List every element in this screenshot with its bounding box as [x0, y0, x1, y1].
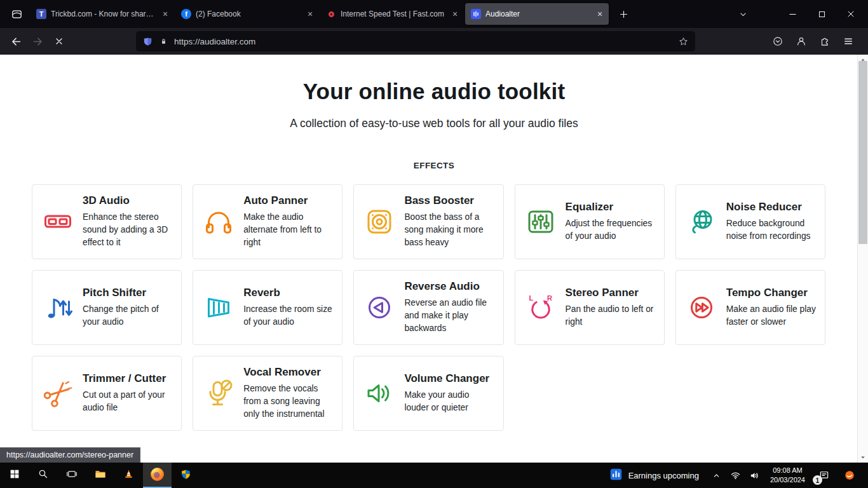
tool-title: Tempo Changer [726, 287, 817, 299]
window-close-button[interactable] [836, 0, 865, 28]
start-icon [9, 468, 20, 482]
tool-description: Adjust the frequencies of your audio [566, 217, 656, 243]
pocket-button[interactable] [767, 30, 789, 52]
volume-tray-button[interactable] [745, 463, 764, 488]
tool-description: Reduce background noise from recordings [726, 217, 817, 243]
fast-favicon [326, 9, 336, 19]
toolbar-right-icons [767, 30, 863, 52]
page-content: Your online audio toolkit A collection o… [0, 55, 868, 463]
note-arrows-icon [43, 292, 73, 323]
bookmark-star-icon[interactable] [678, 36, 689, 47]
taskbar-vlc-button[interactable] [114, 463, 143, 488]
new-tab-button[interactable] [613, 4, 634, 24]
tool-card-volume-changer[interactable]: Volume ChangerMake your audio louder or … [353, 356, 503, 431]
tool-card-bass-booster[interactable]: Bass BoosterBoost the bass of a song mak… [353, 184, 503, 259]
taskbar-task-view-button[interactable] [57, 463, 86, 488]
tab-close-icon[interactable]: × [159, 8, 171, 20]
taskbar-search-button[interactable] [29, 463, 57, 488]
tab-close-icon[interactable]: × [449, 8, 461, 20]
chevron-down-icon [738, 9, 749, 20]
stereo-lr-icon: LR [526, 292, 556, 323]
extensions-button[interactable] [814, 30, 836, 52]
windows-taskbar: Earnings upcoming 09:08 AM 20/03/2024 1 [0, 463, 868, 488]
taskbar-start-button[interactable] [0, 463, 29, 488]
action-center-button[interactable]: 1 [811, 463, 837, 488]
tray-app-button[interactable] [837, 463, 862, 488]
tool-card-reverb[interactable]: ReverbIncrease the room size of your aud… [193, 270, 342, 345]
tab-close-icon[interactable]: × [304, 8, 316, 20]
news-widget-button[interactable]: Earnings upcoming [601, 463, 707, 488]
close-icon [846, 9, 856, 19]
account-icon [796, 36, 807, 47]
network-tray-button[interactable] [726, 463, 745, 488]
back-button[interactable] [5, 30, 27, 52]
audioalter-favicon [471, 9, 481, 19]
window-maximize-button[interactable] [807, 0, 836, 28]
forward-arrow-icon [32, 36, 44, 48]
file-explorer-icon [94, 468, 107, 483]
window-minimize-button[interactable] [778, 0, 807, 28]
hamburger-menu-icon [843, 36, 854, 47]
status-tooltip: https://audioalter.com/stereo-panner [0, 447, 140, 463]
tab-facebook[interactable]: f(2) Facebook× [175, 3, 319, 25]
account-button[interactable] [790, 30, 812, 52]
news-widget-label: Earnings upcoming [628, 471, 699, 480]
tool-title: Equalizer [566, 201, 656, 214]
tool-title: Auto Panner [243, 194, 334, 207]
menu-button[interactable] [837, 30, 859, 52]
extensions-puzzle-icon [819, 36, 831, 47]
tab-label: Internet Speed Test | Fast.com [341, 10, 445, 18]
headphones-icon [203, 207, 234, 237]
stop-reload-button[interactable] [48, 30, 70, 52]
tool-title: Volume Changer [404, 372, 495, 385]
back-arrow-icon [10, 36, 22, 48]
tool-card-3d-audio[interactable]: 3D AudioEnhance the stereo sound by addi… [32, 184, 182, 259]
facebook-favicon: f [181, 9, 191, 19]
taskbar-file-explorer-button[interactable] [86, 463, 114, 488]
firefox-view-button[interactable] [6, 3, 27, 25]
tool-title: Reverb [243, 287, 334, 299]
search-icon [37, 468, 49, 482]
taskbar-tray: Earnings upcoming 09:08 AM 20/03/2024 1 [601, 463, 868, 488]
scroll-down-arrow[interactable] [858, 452, 868, 463]
desktop: TTrickbd.com - Know for sharing×f(2) Fac… [0, 0, 868, 488]
page-subtitle: A collection of easy-to-use web tools fo… [0, 117, 868, 130]
equalizer-sliders-icon [526, 207, 556, 237]
tray-expand-button[interactable] [707, 463, 726, 488]
tool-card-vocal-remover[interactable]: Vocal RemoverRemove the vocals from a so… [193, 356, 342, 431]
tool-card-pitch-shifter[interactable]: Pitch ShifterChange the pitch of your au… [32, 270, 182, 345]
page-scrollbar[interactable] [857, 55, 868, 463]
minimize-icon [787, 9, 798, 20]
notification-badge: 1 [813, 475, 822, 485]
tool-card-trimmer-cutter[interactable]: Trimmer / CutterCut out a part of your a… [32, 356, 182, 431]
tool-card-reverse-audio[interactable]: Reverse AudioReverse an audio file and m… [353, 270, 503, 345]
scrollbar-thumb[interactable] [858, 61, 867, 244]
tab-strip: TTrickbd.com - Know for sharing×f(2) Fac… [31, 0, 610, 28]
vlc-icon [123, 468, 135, 483]
svg-text:R: R [547, 294, 552, 302]
globe-noise-icon [686, 207, 717, 237]
forward-button[interactable] [27, 30, 48, 52]
tool-title: 3D Audio [83, 194, 173, 207]
taskbar-firefox-button[interactable] [143, 463, 172, 488]
tool-title: Vocal Remover [243, 366, 334, 379]
tab-list-button[interactable] [732, 3, 754, 25]
tool-description: Increase the room size of your audio [243, 303, 334, 329]
tool-description: Reverse an audio file and make it play b… [404, 297, 495, 335]
tab-fast[interactable]: Internet Speed Test | Fast.com× [320, 3, 464, 25]
clock-date: 20/03/2024 [770, 475, 805, 485]
taskbar-defender-button[interactable] [172, 463, 200, 488]
tool-description: Enhance the stereo sound by adding a 3D … [83, 211, 173, 249]
task-view-icon [66, 468, 78, 482]
tool-card-equalizer[interactable]: EqualizerAdjust the frequencies of your … [515, 184, 665, 259]
tab-trickbd[interactable]: TTrickbd.com - Know for sharing× [31, 3, 174, 25]
taskbar-clock[interactable]: 09:08 AM 20/03/2024 [764, 466, 811, 485]
tool-card-noise-reducer[interactable]: Noise ReducerReduce background noise fro… [675, 184, 825, 259]
url-bar[interactable]: https://audioalter.com [136, 31, 695, 51]
tray-app-icon [844, 470, 855, 481]
tab-audioalter[interactable]: Audioalter× [465, 3, 609, 25]
tab-close-icon[interactable]: × [594, 8, 606, 20]
tool-card-stereo-panner[interactable]: LRStereo PannerPan the audio to left or … [515, 270, 665, 345]
tool-card-auto-panner[interactable]: Auto PannerMake the audio alternate from… [193, 184, 342, 259]
tool-card-tempo-changer[interactable]: Tempo ChangerMake an audio file play fas… [675, 270, 825, 345]
